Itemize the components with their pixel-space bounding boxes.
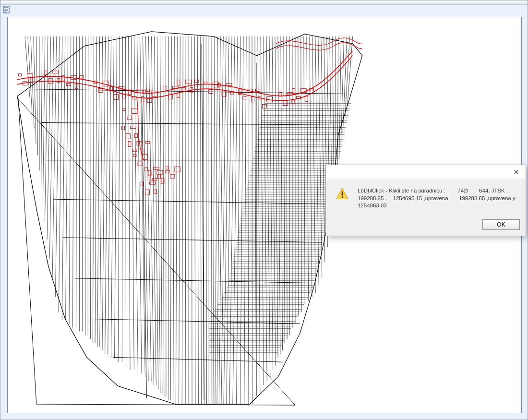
svg-rect-78	[138, 162, 142, 166]
svg-rect-5	[18, 74, 21, 76]
toolbar	[0, 5, 528, 15]
dialog-message: LbDblClick - Klikli ste na súradnicu : 7…	[358, 187, 516, 210]
svg-rect-37	[181, 88, 186, 90]
svg-rect-94	[149, 182, 155, 184]
app-window: ✕ LbDblClick - Klikli ste na súradnicu :…	[0, 0, 528, 420]
survey-left-edge	[18, 99, 36, 404]
svg-rect-51	[252, 97, 254, 102]
svg-rect-49	[243, 97, 247, 99]
svg-rect-80	[144, 167, 147, 171]
svg-rect-95	[154, 190, 156, 193]
svg-rect-10	[53, 71, 59, 73]
svg-rect-98	[342, 196, 343, 198]
svg-rect-66	[127, 116, 132, 120]
svg-rect-16	[79, 76, 84, 78]
svg-rect-31	[152, 91, 157, 96]
svg-rect-73	[132, 149, 137, 151]
svg-rect-88	[166, 170, 170, 173]
svg-rect-86	[157, 170, 163, 174]
svg-rect-11	[57, 79, 60, 83]
territory-boundary	[17, 32, 362, 404]
svg-rect-36	[177, 80, 180, 85]
svg-rect-68	[122, 126, 125, 130]
svg-rect-87	[161, 178, 164, 183]
dialog-titlebar[interactable]: ✕	[326, 165, 526, 179]
svg-rect-97	[342, 192, 343, 196]
svg-rect-93	[145, 190, 149, 195]
svg-rect-40	[194, 80, 199, 83]
svg-rect-63	[305, 96, 308, 102]
svg-rect-77	[133, 154, 136, 156]
svg-rect-38	[186, 80, 192, 84]
svg-rect-65	[123, 108, 126, 111]
svg-rect-42	[209, 90, 213, 94]
ok-button[interactable]: OK	[482, 219, 520, 230]
close-button[interactable]: ✕	[506, 166, 526, 178]
svg-rect-23	[123, 95, 126, 98]
svg-rect-69	[126, 133, 131, 139]
svg-rect-83	[157, 175, 160, 179]
svg-rect-72	[128, 141, 131, 146]
svg-rect-20	[110, 87, 113, 91]
svg-rect-13	[66, 84, 71, 86]
message-dialog: ✕ LbDblClick - Klikli ste na súradnicu :…	[325, 165, 526, 236]
warning-icon	[336, 187, 351, 202]
svg-rect-71	[135, 133, 138, 137]
title-bar[interactable]	[0, 0, 528, 5]
document-list-icon[interactable]	[2, 5, 11, 14]
svg-rect-35	[177, 94, 180, 98]
close-icon: ✕	[513, 168, 519, 177]
svg-rect-52	[256, 89, 260, 92]
svg-rect-21	[114, 95, 119, 100]
svg-rect-67	[132, 108, 137, 114]
svg-rect-54	[263, 105, 267, 108]
svg-rect-76	[145, 141, 150, 144]
svg-rect-32	[164, 86, 167, 90]
survey-bottom-edge	[36, 404, 295, 405]
